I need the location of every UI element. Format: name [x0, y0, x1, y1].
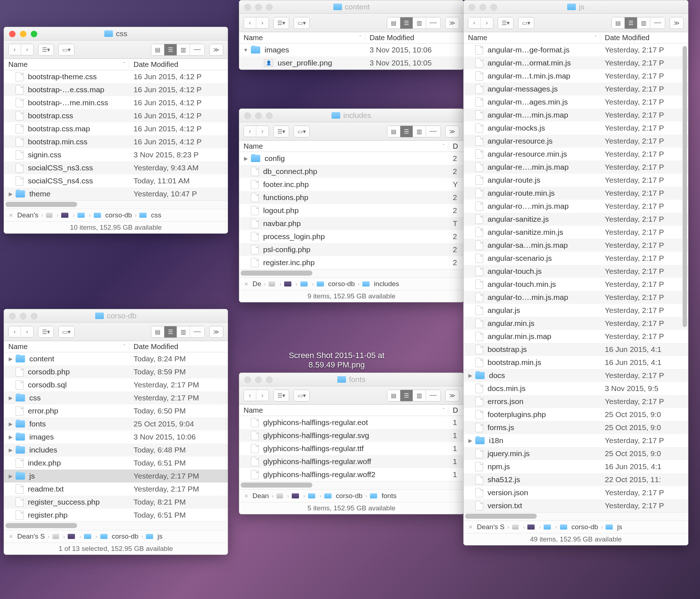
file-row[interactable]: user_profile.png3 Nov 2015, 10:05: [239, 56, 464, 69]
maximize-button[interactable]: [266, 4, 273, 10]
path-segment[interactable]: corso-db: [105, 211, 132, 219]
file-row[interactable]: logout.php2: [239, 204, 464, 217]
drive-icon[interactable]: [46, 213, 52, 218]
coverflow-view-button[interactable]: ⎼⎼: [650, 17, 665, 29]
date-header[interactable]: Date Modified: [600, 34, 688, 42]
file-row[interactable]: register.inc.php2: [239, 256, 464, 269]
horizontal-scrollbar[interactable]: [464, 512, 688, 521]
name-header[interactable]: Name: [244, 34, 263, 42]
file-row[interactable]: functions.php2: [239, 191, 464, 204]
view-options-button[interactable]: ☰▾: [38, 44, 54, 55]
disclosure-triangle-icon[interactable]: ▶: [8, 447, 13, 453]
file-row[interactable]: angular-route.min.jsYesterday, 2:17 P: [464, 187, 688, 200]
forward-button[interactable]: ›: [481, 17, 493, 28]
forward-button[interactable]: ›: [21, 326, 33, 337]
more-button[interactable]: ≫: [445, 126, 459, 137]
file-row[interactable]: ▶includesToday, 6:48 PM: [4, 443, 228, 456]
file-row[interactable]: glyphicons-halflings-regular.eot1: [239, 416, 464, 429]
date-header[interactable]: Date Modified: [129, 343, 228, 351]
maximize-button[interactable]: [31, 313, 37, 319]
titlebar[interactable]: js: [464, 0, 688, 14]
maximize-button[interactable]: [266, 377, 273, 383]
list-view-button[interactable]: ☰: [400, 390, 413, 401]
file-row[interactable]: angular-m…ormat.min.jsYesterday, 2:17 P: [464, 56, 688, 69]
finder-window-fonts[interactable]: fonts ‹› ☰▾ ▭▾ ▤☰▥⎼⎼ ≫ Nameˆ D glyphicon…: [239, 373, 464, 514]
file-row[interactable]: angular-m…t.min.js.mapYesterday, 2:17 P: [464, 69, 688, 82]
file-row[interactable]: npm.js16 Jun 2015, 4:1: [464, 460, 688, 473]
path-segment[interactable]: corso-db: [328, 280, 355, 288]
name-header[interactable]: Name: [468, 34, 487, 42]
file-row[interactable]: bootstrap-theme.css16 Jun 2015, 4:12 P: [4, 70, 228, 83]
disclosure-triangle-icon[interactable]: ▶: [243, 156, 249, 161]
file-row[interactable]: ▶fonts25 Oct 2015, 9:04: [4, 417, 228, 430]
list-view-button[interactable]: ☰: [400, 126, 413, 137]
maximize-button[interactable]: [266, 112, 273, 119]
file-row[interactable]: angular-ro….min.js.mapYesterday, 2:17 P: [464, 200, 688, 213]
horizontal-scrollbar[interactable]: [239, 481, 464, 489]
path-bar[interactable]: × Dean's › › › ›corso-db ›css: [4, 209, 228, 221]
path-root[interactable]: Dean's S: [17, 532, 45, 540]
path-segment[interactable]: css: [151, 211, 161, 219]
file-row[interactable]: bootstrap.min.css16 Jun 2015, 4:12 P: [4, 135, 228, 148]
pathbar-close-icon[interactable]: ×: [467, 523, 474, 531]
file-row[interactable]: ▶config2: [239, 152, 464, 165]
path-root[interactable]: Dean's: [17, 211, 39, 219]
file-row[interactable]: footerplugins.php25 Oct 2015, 9:0: [464, 408, 688, 421]
minimize-button[interactable]: [255, 4, 262, 10]
file-row[interactable]: signin.css3 Nov 2015, 8:23 P: [4, 148, 228, 161]
titlebar[interactable]: includes: [239, 109, 464, 122]
disclosure-triangle-icon[interactable]: ▶: [8, 191, 13, 197]
path-segment[interactable]: includes: [374, 280, 399, 288]
file-list[interactable]: ▶config2db_connect.php2footer.inc.phpYfu…: [239, 152, 464, 269]
arrange-button[interactable]: ▭▾: [294, 390, 309, 401]
icon-view-button[interactable]: ▤: [387, 17, 400, 29]
file-row[interactable]: error.phpToday, 6:50 PM: [4, 404, 228, 417]
close-button[interactable]: [244, 377, 251, 383]
file-row[interactable]: bootstrap.css16 Jun 2015, 4:12 P: [4, 109, 228, 122]
horizontal-scrollbar[interactable]: [4, 522, 228, 530]
column-view-button[interactable]: ▥: [637, 17, 650, 29]
file-row[interactable]: ▼images3 Nov 2015, 10:06: [239, 43, 464, 56]
file-row[interactable]: psl-config.php2: [239, 243, 464, 256]
arrange-button[interactable]: ▭▾: [59, 326, 74, 337]
column-view-button[interactable]: ▥: [177, 44, 190, 55]
date-header[interactable]: Date Modified: [365, 34, 464, 42]
folder-icon[interactable]: [77, 213, 85, 218]
minimize-button[interactable]: [20, 31, 26, 37]
column-header[interactable]: Nameˆ Date Modified: [464, 32, 688, 43]
back-button[interactable]: ‹: [244, 126, 256, 137]
forward-button[interactable]: ›: [256, 126, 269, 137]
pathbar-close-icon[interactable]: ×: [243, 492, 250, 500]
file-row[interactable]: angular.min.js.mapYesterday, 2:17 P: [464, 330, 688, 343]
file-row[interactable]: bootstrap.min.js16 Jun 2015, 4:1: [464, 356, 688, 369]
path-root[interactable]: Dean: [253, 492, 269, 500]
file-row[interactable]: readme.txtYesterday, 2:17 PM: [4, 483, 228, 496]
list-view-button[interactable]: ☰: [164, 44, 177, 55]
finder-window-content[interactable]: content ‹› ☰▾ ▭▾ ▤☰▥⎼⎼ ≫ Nameˆ Date Modi…: [239, 0, 464, 70]
path-segment[interactable]: corso-db: [336, 492, 363, 500]
horizontal-scrollbar[interactable]: [4, 200, 228, 209]
view-options-button[interactable]: ☰▾: [498, 17, 513, 29]
path-root[interactable]: De: [253, 280, 261, 288]
file-row[interactable]: ▶cssYesterday, 2:17 PM: [4, 391, 228, 404]
titlebar[interactable]: fonts: [239, 373, 464, 386]
titlebar[interactable]: content: [239, 0, 464, 14]
vertical-scrollbar[interactable]: [682, 44, 687, 513]
file-row[interactable]: jquery.min.js25 Oct 2015, 9:0: [464, 447, 688, 460]
finder-window-js[interactable]: js ‹› ☰▾ ▭▾ ▤☰▥⎼⎼ ≫ Nameˆ Date Modified …: [463, 0, 688, 545]
view-options-button[interactable]: ☰▾: [38, 326, 54, 337]
path-root[interactable]: Dean's S: [477, 523, 505, 531]
minimize-button[interactable]: [480, 4, 486, 10]
file-row[interactable]: corsodb.phpToday, 8:59 PM: [4, 365, 228, 378]
disclosure-triangle-icon[interactable]: ▶: [8, 434, 13, 440]
file-row[interactable]: bootstrap.css.map16 Jun 2015, 4:12 P: [4, 122, 228, 135]
file-row[interactable]: navbar.phpT: [239, 217, 464, 230]
disclosure-triangle-icon[interactable]: ▼: [243, 47, 249, 53]
icon-view-button[interactable]: ▤: [151, 326, 164, 337]
file-list[interactable]: glyphicons-halflings-regular.eot1glyphic…: [239, 416, 464, 481]
file-list[interactable]: ▼images3 Nov 2015, 10:06user_profile.png…: [239, 43, 464, 69]
column-view-button[interactable]: ▥: [177, 326, 190, 337]
icon-view-button[interactable]: ▤: [612, 17, 625, 29]
column-header[interactable]: Nameˆ D: [239, 141, 464, 152]
path-segment[interactable]: corso-db: [572, 523, 598, 531]
